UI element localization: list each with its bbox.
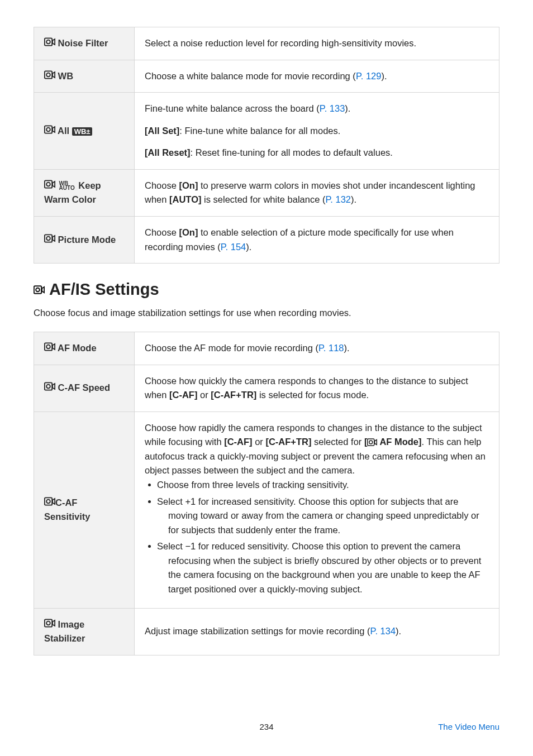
page-number: 234 xyxy=(189,722,344,731)
table-row: All WB±Fine-tune white balance across th… xyxy=(34,93,499,170)
movie-icon xyxy=(44,382,55,391)
svg-rect-20 xyxy=(45,619,52,626)
row-body: Choose [On] to preserve warm colors in m… xyxy=(135,169,499,216)
movie-icon xyxy=(44,37,55,46)
table-row: Image StabilizerAdjust image stabilizati… xyxy=(34,608,499,655)
wbz-icon: WB± xyxy=(72,127,93,136)
row-body: Choose a white balance mode for movie re… xyxy=(135,60,499,93)
svg-rect-8 xyxy=(45,235,52,242)
row-body: Select a noise reduction level for recor… xyxy=(135,27,499,60)
svg-rect-2 xyxy=(45,71,52,78)
svg-point-21 xyxy=(46,621,50,625)
table-row: WBChoose a white balance mode for movie … xyxy=(34,60,499,93)
section-heading: AF/IS Settings xyxy=(34,280,499,299)
table-row: Noise FilterSelect a noise reduction lev… xyxy=(34,27,499,60)
svg-point-19 xyxy=(369,441,373,444)
row-label: WBAUTO Keep Warm Color xyxy=(34,169,135,216)
row-body: Choose the AF mode for movie recording (… xyxy=(135,332,499,365)
row-body: Choose how quickly the camera responds t… xyxy=(135,365,499,412)
row-label: C-AF Sensitivity xyxy=(34,412,135,608)
row-body: Choose [On] to enable selection of a pic… xyxy=(135,216,499,263)
movie-icon xyxy=(44,180,55,189)
afis-table: AF ModeChoose the AF mode for movie reco… xyxy=(34,332,499,655)
footer-section: The Video Menu xyxy=(344,722,499,731)
table-row: C-AF SpeedChoose how quickly the camera … xyxy=(34,365,499,412)
heading-text: AF/IS Settings xyxy=(49,280,159,299)
movie-icon xyxy=(34,285,45,294)
svg-point-1 xyxy=(46,40,50,44)
row-label: Picture Mode xyxy=(34,216,135,263)
svg-point-9 xyxy=(46,236,50,240)
svg-point-3 xyxy=(46,73,50,76)
table-row: WBAUTO Keep Warm ColorChoose [On] to pre… xyxy=(34,169,499,216)
spec-table: Noise FilterSelect a noise reduction lev… xyxy=(34,27,499,264)
movie-icon xyxy=(44,125,55,134)
svg-rect-14 xyxy=(45,383,52,390)
svg-point-17 xyxy=(46,499,50,503)
row-label: Image Stabilizer xyxy=(34,608,135,655)
svg-point-11 xyxy=(36,288,40,291)
svg-rect-4 xyxy=(45,126,52,133)
svg-point-13 xyxy=(46,345,50,349)
row-body: Fine-tune white balance across the board… xyxy=(135,93,499,170)
row-label: Noise Filter xyxy=(34,27,135,60)
svg-rect-10 xyxy=(34,286,41,293)
row-label: AF Mode xyxy=(34,332,135,365)
table-row: AF ModeChoose the AF mode for movie reco… xyxy=(34,332,499,365)
svg-rect-18 xyxy=(368,439,374,446)
row-label: All WB± xyxy=(34,93,135,170)
movie-icon xyxy=(44,342,55,351)
svg-point-5 xyxy=(46,127,50,131)
svg-point-7 xyxy=(46,182,50,186)
movie-icon xyxy=(44,497,55,506)
movie-icon xyxy=(44,70,55,79)
svg-rect-16 xyxy=(45,497,52,505)
svg-rect-12 xyxy=(45,343,52,350)
row-label: C-AF Speed xyxy=(34,365,135,412)
row-label: WB xyxy=(34,60,135,93)
wb-auto-icon: WBAUTO xyxy=(59,181,75,191)
svg-rect-6 xyxy=(45,180,52,188)
svg-rect-0 xyxy=(45,38,52,45)
movie-icon xyxy=(44,619,55,628)
row-body: Choose how rapidly the camera responds t… xyxy=(135,412,499,608)
movie-icon xyxy=(44,234,55,243)
table-row: C-AF SensitivityChoose how rapidly the c… xyxy=(34,412,499,608)
svg-point-15 xyxy=(46,385,50,389)
row-body: Adjust image stabilization settings for … xyxy=(135,608,499,655)
page-footer: 234 The Video Menu xyxy=(0,722,533,731)
intro-text: Choose focus and image stabilization set… xyxy=(34,308,499,318)
table-row: Picture ModeChoose [On] to enable select… xyxy=(34,216,499,263)
